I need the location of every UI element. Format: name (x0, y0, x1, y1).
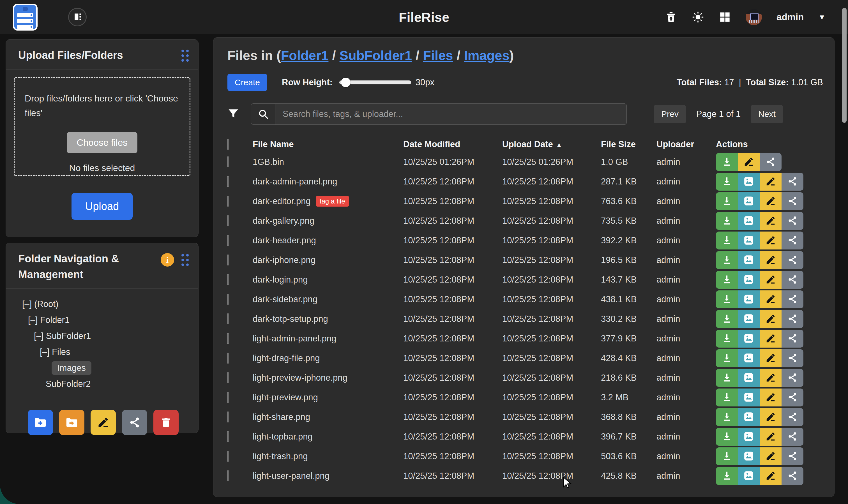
download-button[interactable] (716, 173, 738, 191)
prev-page-button[interactable]: Prev (654, 105, 686, 123)
edit-button[interactable] (738, 153, 760, 171)
share-button[interactable] (781, 349, 803, 367)
search-input[interactable] (276, 104, 626, 124)
edit-button[interactable] (760, 467, 781, 485)
edit-button[interactable] (760, 408, 781, 426)
file-name[interactable]: light-share.png (253, 412, 310, 422)
breadcrumb-link-subfolder1[interactable]: SubFolder1 (340, 48, 412, 63)
rename-folder-button[interactable] (91, 410, 116, 435)
edit-button[interactable] (760, 330, 781, 347)
file-name[interactable]: light-drag-file.png (253, 353, 320, 363)
share-button[interactable] (781, 290, 803, 308)
drag-handle-icon[interactable] (181, 254, 189, 266)
breadcrumb-link-files[interactable]: Files (423, 48, 453, 63)
download-button[interactable] (716, 271, 738, 289)
row-checkbox[interactable] (227, 254, 229, 266)
download-button[interactable] (716, 153, 738, 171)
tree-item-root[interactable]: [–] (Root) (6, 296, 198, 312)
apps-grid-icon[interactable] (719, 11, 731, 23)
share-button[interactable] (781, 428, 803, 446)
tree-item-images[interactable]: Images (6, 360, 198, 376)
share-button[interactable] (781, 212, 803, 230)
move-folder-button[interactable] (59, 410, 84, 435)
download-button[interactable] (716, 290, 738, 308)
file-name[interactable]: light-user-panel.png (253, 471, 330, 481)
download-button[interactable] (716, 330, 738, 347)
breadcrumb-link-folder1[interactable]: Folder1 (281, 48, 329, 63)
column-file-size[interactable]: File Size (601, 139, 656, 149)
share-folder-button[interactable] (122, 410, 147, 435)
share-button[interactable] (781, 447, 803, 465)
file-name[interactable]: 1GB.bin (253, 157, 284, 167)
edit-button[interactable] (760, 447, 781, 465)
download-button[interactable] (716, 447, 738, 465)
tree-item-subfolder2[interactable]: SubFolder2 (6, 376, 198, 392)
file-name[interactable]: dark-editor.png (253, 196, 311, 206)
download-button[interactable] (716, 467, 738, 485)
share-button[interactable] (781, 232, 803, 250)
preview-button[interactable] (738, 408, 760, 426)
info-icon[interactable]: i (161, 253, 174, 267)
download-button[interactable] (716, 192, 738, 210)
chevron-down-icon[interactable]: ▼ (818, 13, 826, 22)
file-name[interactable]: dark-admin-panel.png (253, 177, 337, 187)
tree-item-folder1[interactable]: [–] Folder1 (6, 312, 198, 328)
row-checkbox[interactable] (227, 157, 229, 167)
tree-item-files[interactable]: [–] Files (6, 344, 198, 360)
row-checkbox[interactable] (227, 235, 229, 246)
upload-button[interactable]: Upload (71, 193, 132, 220)
row-checkbox[interactable] (227, 412, 229, 422)
column-date-modified[interactable]: Date Modified (403, 139, 502, 149)
row-checkbox[interactable] (227, 215, 229, 226)
row-checkbox[interactable] (227, 196, 229, 206)
preview-button[interactable] (738, 173, 760, 191)
edit-button[interactable] (760, 271, 781, 289)
edit-button[interactable] (760, 389, 781, 407)
row-checkbox[interactable] (227, 274, 229, 285)
share-button[interactable] (781, 173, 803, 191)
file-dropzone[interactable]: Drop files/folders here or click 'Choose… (14, 77, 190, 176)
row-checkbox[interactable] (227, 294, 229, 305)
share-button[interactable] (781, 310, 803, 328)
choose-files-button[interactable]: Choose files (67, 132, 137, 153)
row-checkbox[interactable] (227, 353, 229, 363)
preview-button[interactable] (738, 310, 760, 328)
edit-button[interactable] (760, 310, 781, 328)
row-checkbox[interactable] (227, 392, 229, 403)
row-checkbox[interactable] (227, 176, 229, 187)
preview-button[interactable] (738, 290, 760, 308)
edit-button[interactable] (760, 369, 781, 387)
file-name[interactable]: light-topbar.png (253, 432, 313, 442)
slider-thumb[interactable] (341, 78, 351, 87)
file-name[interactable]: light-trash.png (253, 451, 307, 462)
drag-handle-icon[interactable] (181, 50, 189, 62)
create-button[interactable]: Create (227, 74, 267, 91)
download-button[interactable] (716, 389, 738, 407)
share-button[interactable] (781, 330, 803, 347)
row-checkbox[interactable] (227, 313, 229, 324)
preview-button[interactable] (738, 251, 760, 269)
row-checkbox[interactable] (227, 431, 229, 442)
download-button[interactable] (716, 408, 738, 426)
edit-button[interactable] (760, 251, 781, 269)
share-button[interactable] (781, 192, 803, 210)
filter-funnel-icon[interactable] (227, 107, 239, 121)
column-file-name[interactable]: File Name (253, 139, 403, 149)
preview-button[interactable] (738, 330, 760, 347)
file-name[interactable]: dark-iphone.png (253, 255, 316, 265)
file-name[interactable]: light-admin-panel.png (253, 334, 336, 344)
edit-button[interactable] (760, 212, 781, 230)
file-name[interactable]: dark-header.png (253, 235, 316, 246)
search-icon[interactable] (251, 104, 276, 124)
download-button[interactable] (716, 310, 738, 328)
row-checkbox[interactable] (227, 470, 229, 481)
download-button[interactable] (716, 212, 738, 230)
preview-button[interactable] (738, 232, 760, 250)
share-button[interactable] (781, 251, 803, 269)
create-folder-button[interactable] (28, 410, 53, 435)
download-button[interactable] (716, 428, 738, 446)
next-page-button[interactable]: Next (751, 105, 783, 123)
row-height-slider[interactable] (339, 80, 411, 84)
preview-button[interactable] (738, 467, 760, 485)
row-checkbox[interactable] (227, 333, 229, 344)
